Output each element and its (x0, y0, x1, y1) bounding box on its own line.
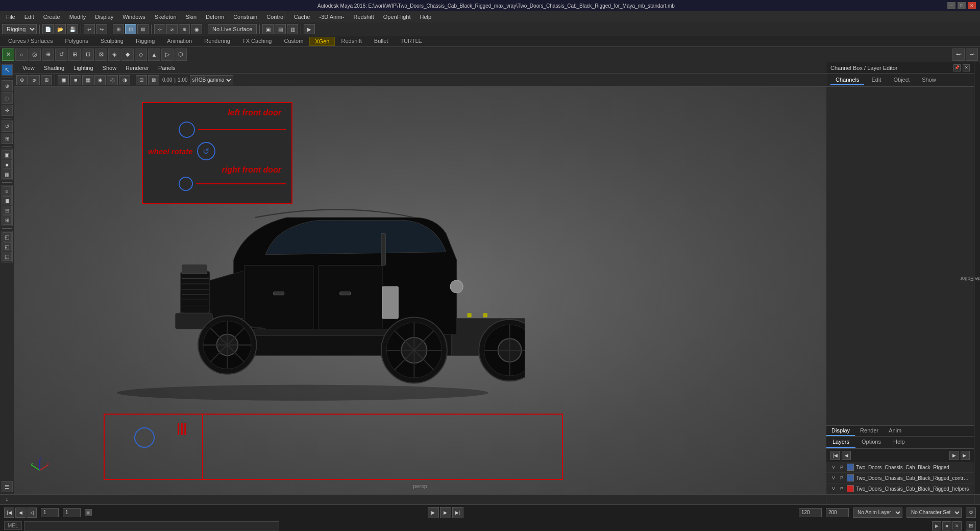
menu-help[interactable]: Help (416, 13, 436, 21)
timeline-ruler[interactable]: 1 1 5 10 15 20 25 30 35 40 45 50 55 60 6… (0, 494, 980, 504)
tool-group[interactable]: ⬡ (175, 49, 187, 61)
vp-cam-btn[interactable]: ⌀ (29, 75, 40, 85)
minimize-button[interactable]: ─ (947, 2, 955, 9)
bottom-settings-btn[interactable]: ⚙ (966, 508, 976, 518)
vp-frame-btn[interactable]: ⊞ (41, 75, 52, 85)
move-tool[interactable]: ✛ (2, 105, 13, 116)
tool-show-manip[interactable]: ⊡ (82, 49, 94, 61)
tool-move[interactable]: ⊕ (42, 49, 54, 61)
vp-select-btn[interactable]: ⊕ (16, 75, 28, 85)
tool-extra-1[interactable]: ⊷ (952, 49, 965, 61)
scale-tool[interactable]: ⊞ (2, 133, 13, 144)
script-input[interactable] (24, 521, 279, 530)
panel-close-btn[interactable]: ✕ (963, 64, 970, 71)
menu-edit[interactable]: Edit (20, 13, 38, 21)
vp-show-menu[interactable]: Show (99, 64, 121, 72)
layer-v-indicator-2[interactable]: V (830, 475, 837, 481)
tool-select[interactable]: ✕ (2, 49, 14, 61)
undo-button[interactable]: ↩ (84, 24, 95, 34)
menu-3danim[interactable]: -3D Anim- (315, 13, 348, 21)
play-fwd-btn[interactable]: ▶ (428, 507, 439, 518)
tool-component[interactable]: ▲ (148, 49, 160, 61)
tool-paint[interactable]: ◎ (29, 49, 41, 61)
menu-openflight[interactable]: OpenFlight (379, 13, 415, 21)
base-circle-ctrl[interactable] (134, 427, 155, 448)
layers-tab[interactable]: Layers (826, 437, 855, 448)
snap-point-button[interactable]: ⊕ (179, 24, 190, 34)
tab-animation[interactable]: Animation (161, 36, 198, 46)
extra-btn-2[interactable]: ◱ (3, 242, 12, 251)
vp-grid-btn[interactable]: ⊠ (148, 75, 159, 85)
play-first-btn[interactable]: |◀ (4, 508, 14, 518)
no-live-surface-button[interactable]: No Live Surface (208, 24, 257, 34)
layer-prev[interactable]: ◀ (842, 451, 851, 460)
menu-display[interactable]: Display (91, 13, 117, 21)
viewport[interactable]: View Shading Lighting Show Renderer Pane… (14, 62, 826, 494)
vp-light-btn[interactable]: ◉ (94, 75, 106, 85)
options-tab[interactable]: Options (855, 437, 887, 448)
solid-btn[interactable]: ■ (3, 160, 12, 169)
vp-lighting-menu[interactable]: Lighting (69, 64, 97, 72)
current-frame-input[interactable] (63, 508, 81, 517)
anim-layer-select[interactable]: No Anim Layer (853, 508, 902, 518)
script-run-btn[interactable]: ▶ (932, 521, 941, 530)
tab-redshift[interactable]: Redshift (335, 36, 368, 46)
menu-modify[interactable]: Modify (65, 13, 90, 21)
render-tab[interactable]: Render (855, 426, 884, 436)
anim-tab[interactable]: Anim (884, 426, 906, 436)
menu-skin[interactable]: Skin (182, 13, 201, 21)
edit-tab[interactable]: Edit (866, 75, 886, 85)
menu-control[interactable]: Control (262, 13, 288, 21)
maximize-button[interactable]: □ (958, 2, 966, 9)
panel-pin-btn[interactable]: 📌 (953, 64, 961, 71)
tool-scale[interactable]: ⊞ (68, 49, 81, 61)
tab-turtle[interactable]: TURTLE (394, 36, 428, 46)
tool-parent[interactable]: ▷ (161, 49, 174, 61)
select-tool[interactable]: ↖ (2, 64, 13, 76)
vp-shadow-btn[interactable]: ◎ (107, 75, 118, 85)
layer-p-indicator-2[interactable]: P (839, 475, 845, 481)
attribute-editor-sidebar[interactable]: Attribute Editor (974, 62, 980, 494)
textured-btn[interactable]: ▦ (3, 170, 12, 179)
lasso-select-button[interactable]: ⊡ (125, 24, 136, 34)
vp-solid-btn[interactable]: ■ (70, 75, 81, 85)
channels-tab[interactable]: Channels (830, 75, 864, 85)
layer-v-indicator-1[interactable]: V (830, 464, 837, 470)
menu-file[interactable]: File (2, 13, 19, 21)
tool-lasso[interactable]: ○ (15, 49, 28, 61)
wireframe-btn[interactable]: ▣ (3, 150, 12, 159)
menu-redshift[interactable]: Redshift (349, 13, 378, 21)
rotate-tool[interactable]: ↺ (2, 120, 13, 132)
vp-panels-menu[interactable]: Panels (154, 64, 180, 72)
layer-row-3[interactable]: V P Two_Doors_Chassis_Cab_Black_Rigged_h… (826, 484, 974, 494)
snap-curve-button[interactable]: ⌀ (166, 24, 178, 34)
tab-rigging[interactable]: Rigging (130, 36, 161, 46)
frame-start-input[interactable] (41, 508, 59, 517)
tool-extra-2[interactable]: ⊸ (966, 49, 978, 61)
render-region-button[interactable]: ▣ (262, 24, 274, 34)
script-clear-btn[interactable]: ✕ (952, 521, 962, 530)
vp-hud-btn[interactable]: ⊡ (136, 75, 147, 85)
layer-p-indicator-1[interactable]: P (839, 464, 845, 470)
vp-ao-btn[interactable]: ◑ (119, 75, 130, 85)
extra-btn-3[interactable]: ◲ (3, 252, 12, 261)
tab-polygons[interactable]: Polygons (59, 36, 94, 46)
vp-view-menu[interactable]: View (18, 64, 39, 72)
layer-btn-2[interactable]: ≣ (3, 196, 12, 205)
snap-grid-button[interactable]: ⊹ (154, 24, 165, 34)
tab-fx-caching[interactable]: FX Caching (236, 36, 278, 46)
layer-prev-first[interactable]: |◀ (830, 451, 840, 460)
layer-btn-3[interactable]: ⊟ (3, 206, 12, 215)
tool-ik[interactable]: ◇ (135, 49, 147, 61)
vp-renderer-menu[interactable]: Renderer (121, 64, 153, 72)
layer-next-last[interactable]: ▶| (961, 451, 970, 460)
vp-texture-btn[interactable]: ▦ (82, 75, 93, 85)
tab-rendering[interactable]: Rendering (198, 36, 236, 46)
paint-tool[interactable]: ⊕ (2, 80, 13, 91)
menu-windows[interactable]: Windows (118, 13, 150, 21)
layer-p-indicator-3[interactable]: P (839, 486, 845, 492)
menu-deform[interactable]: Deform (202, 13, 228, 21)
menu-cache[interactable]: Cache (290, 13, 314, 21)
tab-curves-surfaces[interactable]: Curves / Surfaces (2, 36, 59, 46)
new-scene-button[interactable]: 📄 (42, 24, 54, 34)
